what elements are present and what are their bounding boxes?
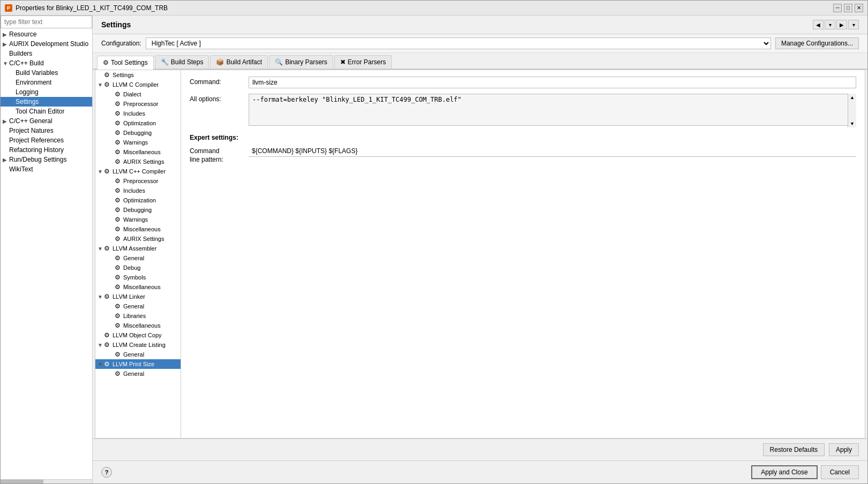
manage-configs-button[interactable]: Manage Configurations... <box>775 37 859 49</box>
optimization-c-icon: ⚙ <box>115 119 122 127</box>
cancel-button[interactable]: Cancel <box>821 465 859 479</box>
maximize-button[interactable]: □ <box>844 4 852 12</box>
apply-button[interactable]: Apply <box>829 443 859 456</box>
tt-expand-create-listing: ▼ <box>98 342 103 348</box>
tt-llvm-create-listing[interactable]: ▼ ⚙ LLVM Create Listing <box>95 340 181 350</box>
tt-general-asm[interactable]: ⚙ General <box>95 253 181 263</box>
tt-llvm-c-compiler[interactable]: ▼ ⚙ LLVM C Compiler <box>95 80 181 89</box>
restore-defaults-button[interactable]: Restore Defaults <box>763 443 825 456</box>
sidebar-label-refactoring-history: Refactoring History <box>9 146 64 154</box>
tt-preprocessor-c[interactable]: ⚙ Preprocessor <box>95 99 181 109</box>
tt-llvm-assembler[interactable]: ▼ ⚙ LLVM Assembler <box>95 244 181 253</box>
tt-label-general-lnk: General <box>123 303 144 309</box>
sidebar-item-project-references[interactable]: Project References <box>1 135 92 145</box>
footer-right: Apply and Close Cancel <box>751 465 859 479</box>
tt-llvm-print-size[interactable]: ▼ ⚙ LLVM Print Size <box>95 359 181 369</box>
scroll-down-arrow[interactable]: ▼ <box>848 120 856 127</box>
tt-includes-c[interactable]: ⚙ Includes <box>95 109 181 118</box>
tt-expand-general-listing <box>108 352 114 358</box>
sidebar-item-aurix-dev-studio[interactable]: ▶ AURIX Development Studio <box>1 39 92 49</box>
expand-icon-cpp-general: ▶ <box>3 118 9 124</box>
tt-general-size[interactable]: ⚙ General <box>95 369 181 379</box>
includes-cpp-icon: ⚙ <box>115 187 122 194</box>
tt-llvm-cpp-compiler[interactable]: ▼ ⚙ LLVM C++ Compiler <box>95 167 181 176</box>
sidebar-item-run-debug[interactable]: ▶ Run/Debug Settings <box>1 155 92 164</box>
tt-aurix-settings-c[interactable]: ⚙ AURIX Settings <box>95 157 181 167</box>
tt-debugging-c[interactable]: ⚙ Debugging <box>95 128 181 138</box>
nav-forward-button[interactable]: ▶ <box>836 20 847 29</box>
sidebar-label-aurix: AURIX Development Studio <box>9 40 88 48</box>
config-bar: Configuration: HighTec [ Active ] Manage… <box>93 34 867 53</box>
sidebar-hscroll[interactable] <box>1 479 92 483</box>
sidebar-item-logging[interactable]: Logging <box>1 87 92 97</box>
tt-llvm-linker[interactable]: ▼ ⚙ LLVM Linker <box>95 292 181 301</box>
sidebar-item-refactoring-history[interactable]: Refactoring History <box>1 145 92 155</box>
tt-optimization-cpp[interactable]: ⚙ Optimization <box>95 195 181 205</box>
apply-and-close-button[interactable]: Apply and Close <box>751 465 817 479</box>
sidebar-item-builders[interactable]: Builders <box>1 49 92 58</box>
tt-aurix-settings-cpp[interactable]: ⚙ AURIX Settings <box>95 234 181 244</box>
nav-back-dropdown[interactable]: ▾ <box>825 20 835 29</box>
sidebar-item-environment[interactable]: Environment <box>1 78 92 87</box>
sidebar-item-tool-chain-editor[interactable]: Tool Chain Editor <box>1 107 92 116</box>
tt-general-lnk[interactable]: ⚙ General <box>95 301 181 311</box>
sidebar-item-build-variables[interactable]: Build Variables <box>1 68 92 78</box>
tt-dialect[interactable]: ⚙ Dialect <box>95 89 181 99</box>
tt-miscellaneous-c[interactable]: ⚙ Miscellaneous <box>95 147 181 157</box>
sidebar-item-settings[interactable]: Settings <box>1 97 92 107</box>
tt-warnings-c[interactable]: ⚙ Warnings <box>95 138 181 147</box>
all-options-scrollbar[interactable]: ▲ ▼ <box>848 94 856 127</box>
tt-debug-asm[interactable]: ⚙ Debug <box>95 263 181 273</box>
general-asm-icon: ⚙ <box>115 254 122 262</box>
tab-error-parsers[interactable]: ✖ Error Parsers <box>334 55 392 69</box>
sidebar-label-run-debug: Run/Debug Settings <box>9 156 66 163</box>
tt-includes-cpp[interactable]: ⚙ Includes <box>95 186 181 195</box>
sidebar-item-wikitext[interactable]: WikiText <box>1 164 92 174</box>
tt-optimization-c[interactable]: ⚙ Optimization <box>95 118 181 128</box>
tt-llvm-object-copy[interactable]: ⚙ LLVM Object Copy <box>95 330 181 340</box>
command-line-pattern-input[interactable] <box>249 146 856 157</box>
tt-debugging-cpp[interactable]: ⚙ Debugging <box>95 205 181 215</box>
sidebar-item-resource[interactable]: ▶ Resource <box>1 29 92 39</box>
warnings-c-icon: ⚙ <box>115 139 122 146</box>
scroll-up-arrow[interactable]: ▲ <box>848 94 856 101</box>
filter-input[interactable] <box>1 16 92 28</box>
expand-icon-settings <box>9 99 16 105</box>
misc-cpp-icon: ⚙ <box>115 225 122 233</box>
tt-miscellaneous-cpp[interactable]: ⚙ Miscellaneous <box>95 224 181 234</box>
tt-general-listing[interactable]: ⚙ General <box>95 350 181 359</box>
help-button[interactable]: ? <box>101 467 112 478</box>
tt-symbols-asm[interactable]: ⚙ Symbols <box>95 273 181 282</box>
nav-forward-dropdown[interactable]: ▾ <box>848 20 859 29</box>
sidebar-item-cpp-general[interactable]: ▶ C/C++ General <box>1 116 92 126</box>
tt-label-debugging-cpp: Debugging <box>123 207 152 213</box>
close-button[interactable]: ✕ <box>855 4 863 12</box>
tt-expand-c-compiler: ▼ <box>98 82 103 88</box>
config-select[interactable]: HighTec [ Active ] <box>146 37 771 49</box>
nav-back-button[interactable]: ◀ <box>813 20 824 29</box>
tt-miscellaneous-asm[interactable]: ⚙ Miscellaneous <box>95 282 181 292</box>
tabs-bar: ⚙ Tool Settings 🔧 Build Steps 📦 Build Ar… <box>93 55 867 70</box>
tab-binary-parsers[interactable]: 🔍 Binary Parsers <box>269 55 333 69</box>
c-compiler-icon: ⚙ <box>104 81 111 88</box>
debugging-cpp-icon: ⚙ <box>115 206 122 214</box>
tt-preprocessor-cpp[interactable]: ⚙ Preprocessor <box>95 176 181 186</box>
tab-tool-settings[interactable]: ⚙ Tool Settings <box>97 56 154 70</box>
tt-libraries-lnk[interactable]: ⚙ Libraries <box>95 311 181 321</box>
tab-build-steps[interactable]: 🔧 Build Steps <box>155 55 209 69</box>
object-copy-icon: ⚙ <box>104 331 111 339</box>
expand-icon-aurix: ▶ <box>3 41 9 47</box>
tt-expand-warnings-c <box>108 140 114 146</box>
sidebar-item-cpp-build[interactable]: ▼ C/C++ Build <box>1 58 92 68</box>
tt-expand-misc-lnk <box>108 323 114 329</box>
tt-warnings-cpp[interactable]: ⚙ Warnings <box>95 215 181 224</box>
tt-settings-root[interactable]: ⚙ Settings <box>95 70 181 80</box>
tt-label-debugging-c: Debugging <box>123 130 152 136</box>
tt-miscellaneous-lnk[interactable]: ⚙ Miscellaneous <box>95 321 181 330</box>
tab-build-artifact[interactable]: 📦 Build Artifact <box>210 55 268 69</box>
tt-expand-aurix-c <box>108 159 114 165</box>
sidebar-item-project-natures[interactable]: Project Natures <box>1 126 92 135</box>
command-input[interactable] <box>249 77 856 88</box>
sidebar-label-logging: Logging <box>16 88 39 96</box>
minimize-button[interactable]: ─ <box>833 4 842 12</box>
